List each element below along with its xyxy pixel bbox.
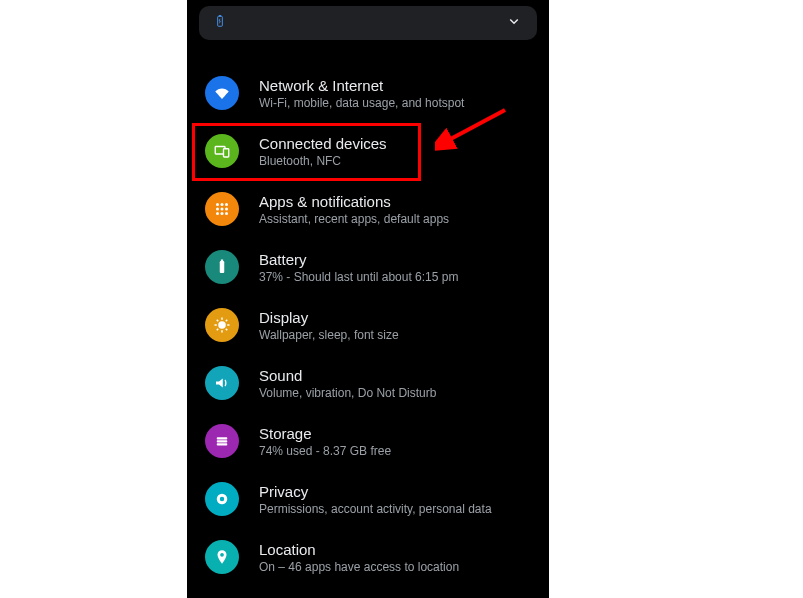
item-subtitle: 74% used - 8.37 GB free	[259, 444, 391, 458]
item-title: Display	[259, 309, 399, 326]
chevron-down-icon[interactable]	[505, 12, 523, 34]
svg-line-22	[217, 329, 219, 331]
devices-icon	[205, 134, 239, 168]
svg-point-5	[221, 203, 224, 206]
storage-icon	[205, 424, 239, 458]
svg-line-23	[226, 320, 228, 322]
item-text: Sound Volume, vibration, Do Not Disturb	[259, 367, 436, 400]
item-text: Location On – 46 apps have access to loc…	[259, 541, 459, 574]
location-icon	[205, 540, 239, 574]
svg-point-12	[225, 212, 228, 215]
item-text: Storage 74% used - 8.37 GB free	[259, 425, 391, 458]
item-subtitle: Assistant, recent apps, default apps	[259, 212, 449, 226]
svg-line-20	[217, 320, 219, 322]
svg-rect-25	[217, 440, 228, 442]
sound-icon	[205, 366, 239, 400]
svg-point-4	[216, 203, 219, 206]
item-title: Sound	[259, 367, 436, 384]
settings-item-privacy[interactable]: Privacy Permissions, account activity, p…	[187, 470, 549, 528]
settings-item-storage[interactable]: Storage 74% used - 8.37 GB free	[187, 412, 549, 470]
settings-item-network[interactable]: Network & Internet Wi-Fi, mobile, data u…	[187, 64, 549, 122]
item-text: Apps & notifications Assistant, recent a…	[259, 193, 449, 226]
apps-icon	[205, 192, 239, 226]
svg-point-10	[216, 212, 219, 215]
item-title: Privacy	[259, 483, 492, 500]
wifi-icon	[205, 76, 239, 110]
item-title: Connected devices	[259, 135, 387, 152]
svg-point-28	[220, 497, 225, 502]
item-title: Network & Internet	[259, 77, 464, 94]
item-subtitle: Bluetooth, NFC	[259, 154, 387, 168]
svg-point-15	[219, 322, 225, 328]
item-subtitle: 37% - Should last until about 6:15 pm	[259, 270, 458, 284]
notification-card[interactable]	[199, 6, 537, 40]
battery-charging-icon	[213, 11, 227, 35]
settings-item-display[interactable]: Display Wallpaper, sleep, font size	[187, 296, 549, 354]
item-title: Location	[259, 541, 459, 558]
svg-line-21	[226, 329, 228, 331]
item-subtitle: Permissions, account activity, personal …	[259, 502, 492, 516]
item-subtitle: Wi-Fi, mobile, data usage, and hotspot	[259, 96, 464, 110]
phone-screen: Network & Internet Wi-Fi, mobile, data u…	[187, 0, 549, 598]
battery-icon	[205, 250, 239, 284]
svg-rect-26	[217, 443, 228, 445]
svg-point-7	[216, 208, 219, 211]
svg-point-9	[225, 208, 228, 211]
item-subtitle: Wallpaper, sleep, font size	[259, 328, 399, 342]
svg-rect-3	[224, 149, 229, 157]
svg-point-11	[221, 212, 224, 215]
item-text: Network & Internet Wi-Fi, mobile, data u…	[259, 77, 464, 110]
svg-point-29	[220, 553, 224, 557]
settings-list: Network & Internet Wi-Fi, mobile, data u…	[187, 64, 549, 586]
item-text: Battery 37% - Should last until about 6:…	[259, 251, 458, 284]
svg-point-8	[221, 208, 224, 211]
item-title: Apps & notifications	[259, 193, 449, 210]
settings-item-apps[interactable]: Apps & notifications Assistant, recent a…	[187, 180, 549, 238]
item-text: Display Wallpaper, sleep, font size	[259, 309, 399, 342]
svg-rect-24	[217, 437, 228, 439]
svg-rect-1	[219, 15, 221, 16]
privacy-icon	[205, 482, 239, 516]
settings-item-battery[interactable]: Battery 37% - Should last until about 6:…	[187, 238, 549, 296]
item-subtitle: Volume, vibration, Do Not Disturb	[259, 386, 436, 400]
item-text: Connected devices Bluetooth, NFC	[259, 135, 387, 168]
svg-point-6	[225, 203, 228, 206]
svg-rect-14	[221, 260, 223, 262]
settings-item-sound[interactable]: Sound Volume, vibration, Do Not Disturb	[187, 354, 549, 412]
settings-item-location[interactable]: Location On – 46 apps have access to loc…	[187, 528, 549, 586]
item-subtitle: On – 46 apps have access to location	[259, 560, 459, 574]
svg-rect-13	[220, 261, 225, 273]
settings-item-connected-devices[interactable]: Connected devices Bluetooth, NFC	[187, 122, 549, 180]
item-title: Storage	[259, 425, 391, 442]
display-icon	[205, 308, 239, 342]
item-title: Battery	[259, 251, 458, 268]
item-text: Privacy Permissions, account activity, p…	[259, 483, 492, 516]
